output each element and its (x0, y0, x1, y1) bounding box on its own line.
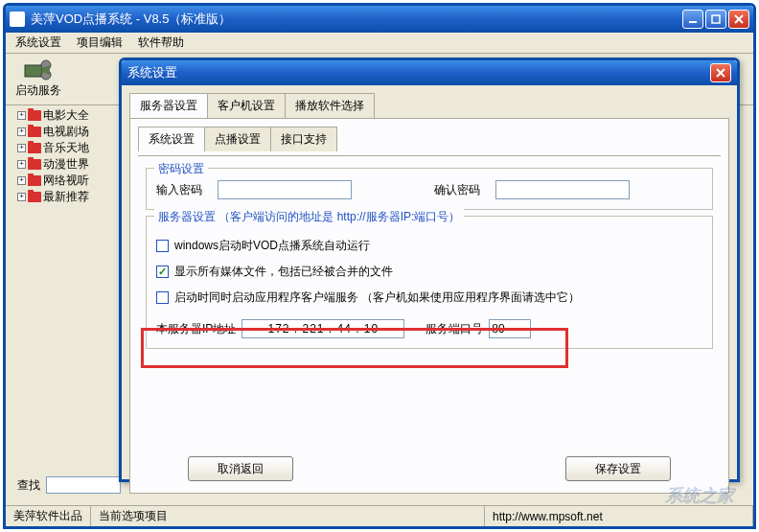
settings-dialog: 系统设置 服务器设置 客户机设置 播放软件选择 系统设置 点播设置 接口支持 密… (119, 58, 740, 482)
dialog-close-button[interactable] (710, 63, 731, 82)
svg-rect-4 (25, 65, 42, 77)
svg-rect-1 (712, 15, 720, 23)
password-group: 密码设置 输入密码 确认密码 (146, 168, 713, 210)
window-title: 美萍VOD点播系统 - V8.5（标准版） (31, 11, 682, 28)
folder-icon (28, 159, 41, 170)
input-password-label: 输入密码 (156, 182, 210, 198)
tree-label: 电影大全 (43, 107, 89, 124)
showall-label: 显示所有媒体文件，包括已经被合并的文件 (174, 264, 393, 280)
tree-label: 网络视听 (43, 173, 89, 189)
tab-server-settings[interactable]: 服务器设置 (129, 93, 208, 118)
subtab-system-settings[interactable]: 系统设置 (138, 127, 205, 151)
folder-icon (28, 143, 41, 153)
tree-label: 音乐天地 (43, 140, 89, 156)
start-service-label: 启动服务 (15, 82, 61, 99)
folder-icon (28, 110, 41, 121)
subtab-interface-support[interactable]: 接口支持 (270, 127, 337, 151)
ip-port-row: 本服务器IP地址 172 . 221 . 44 . 10 服务端口号 (156, 319, 702, 338)
sub-tabs: 系统设置 点播设置 接口支持 (138, 127, 721, 151)
autostart-checkbox[interactable] (156, 240, 169, 252)
menu-software-help[interactable]: 软件帮助 (134, 33, 188, 53)
expand-icon[interactable]: + (17, 193, 26, 201)
tree-label: 最新推荐 (43, 189, 89, 205)
search-row: 查找 (17, 476, 121, 494)
autostart-row[interactable]: windows启动时VOD点播系统自动运行 (156, 238, 702, 254)
showall-row[interactable]: 显示所有媒体文件，包括已经被合并的文件 (156, 264, 702, 280)
clientservice-label: 启动时同时启动应用程序客户端服务 （客户机如果使用应用程序界面请选中它） (174, 289, 580, 306)
cancel-button[interactable]: 取消返回 (188, 456, 293, 481)
port-input[interactable] (489, 319, 531, 338)
start-service-button[interactable]: 启动服务 (15, 59, 61, 99)
confirm-password-label: 确认密码 (434, 182, 488, 198)
tree-item[interactable]: +电影大全 (17, 107, 123, 123)
menu-system-settings[interactable]: 系统设置 (12, 33, 65, 53)
menu-project-edit[interactable]: 项目编辑 (73, 33, 126, 53)
folder-icon (28, 175, 41, 186)
autostart-label: windows启动时VOD点播系统自动运行 (174, 238, 370, 254)
port-label: 服务端口号 (426, 321, 483, 337)
folder-icon (28, 192, 41, 202)
showall-checkbox[interactable] (156, 266, 169, 278)
main-window: 美萍VOD点播系统 - V8.5（标准版） 系统设置 项目编辑 软件帮助 启动服… (3, 3, 756, 529)
expand-icon[interactable]: + (17, 176, 26, 185)
statusbar: 美萍软件出品 当前选项项目 http://www.mpsoft.net (6, 505, 753, 526)
tree-item[interactable]: +动漫世界 (17, 156, 123, 172)
close-button[interactable] (728, 10, 749, 29)
main-titlebar: 美萍VOD点播系统 - V8.5（标准版） (6, 6, 753, 33)
clientservice-row[interactable]: 启动时同时启动应用程序客户端服务 （客户机如果使用应用程序界面请选中它） (156, 289, 702, 306)
expand-icon[interactable]: + (17, 144, 26, 152)
camera-icon (23, 59, 54, 81)
status-url: http://www.mpsoft.net (485, 506, 753, 526)
minimize-button[interactable] (682, 10, 703, 29)
expand-icon[interactable]: + (17, 160, 26, 169)
search-label: 查找 (17, 477, 40, 494)
menubar: 系统设置 项目编辑 软件帮助 (6, 33, 753, 54)
password-legend: 密码设置 (154, 161, 208, 177)
expand-icon[interactable]: + (17, 111, 26, 120)
tree-item[interactable]: +电视剧场 (17, 124, 123, 139)
tab-panel: 系统设置 点播设置 接口支持 密码设置 输入密码 确认密码 (129, 118, 729, 494)
confirm-password-field[interactable] (495, 180, 630, 199)
dialog-title: 系统设置 (127, 64, 710, 81)
subtab-vod-settings[interactable]: 点播设置 (204, 127, 271, 151)
server-legend: 服务器设置 （客户端访问的地址是 http://服务器IP:端口号） (154, 209, 464, 225)
tree-label: 电视剧场 (43, 124, 89, 140)
category-tree: +电影大全 +电视剧场 +音乐天地 +动漫世界 +网络视听 +最新推荐 (17, 107, 123, 205)
input-password-field[interactable] (218, 180, 352, 199)
tree-label: 动漫世界 (43, 156, 89, 173)
app-icon (10, 12, 25, 27)
server-hint: （客户端访问的地址是 http://服务器IP:端口号） (218, 210, 460, 223)
tree-item[interactable]: +音乐天地 (17, 140, 123, 155)
ip-input[interactable]: 172 . 221 . 44 . 10 (242, 319, 404, 338)
maximize-button[interactable] (705, 10, 726, 29)
tab-player-select[interactable]: 播放软件选择 (285, 93, 375, 118)
tab-client-settings[interactable]: 客户机设置 (207, 93, 286, 118)
server-group: 服务器设置 （客户端访问的地址是 http://服务器IP:端口号） windo… (146, 216, 713, 349)
search-input[interactable] (46, 476, 121, 494)
save-button[interactable]: 保存设置 (565, 456, 671, 481)
dialog-titlebar: 系统设置 (122, 60, 737, 85)
folder-icon (28, 127, 41, 137)
main-tabs: 服务器设置 客户机设置 播放软件选择 (129, 93, 737, 118)
expand-icon[interactable]: + (17, 127, 26, 136)
ip-label: 本服务器IP地址 (156, 321, 236, 337)
status-current-item: 当前选项项目 (91, 506, 485, 526)
clientservice-checkbox[interactable] (156, 291, 169, 304)
dialog-button-row: 取消返回 保存设置 (130, 456, 728, 481)
status-vendor: 美萍软件出品 (6, 506, 91, 526)
tree-item[interactable]: +网络视听 (17, 173, 123, 188)
tree-item[interactable]: +最新推荐 (17, 189, 123, 204)
